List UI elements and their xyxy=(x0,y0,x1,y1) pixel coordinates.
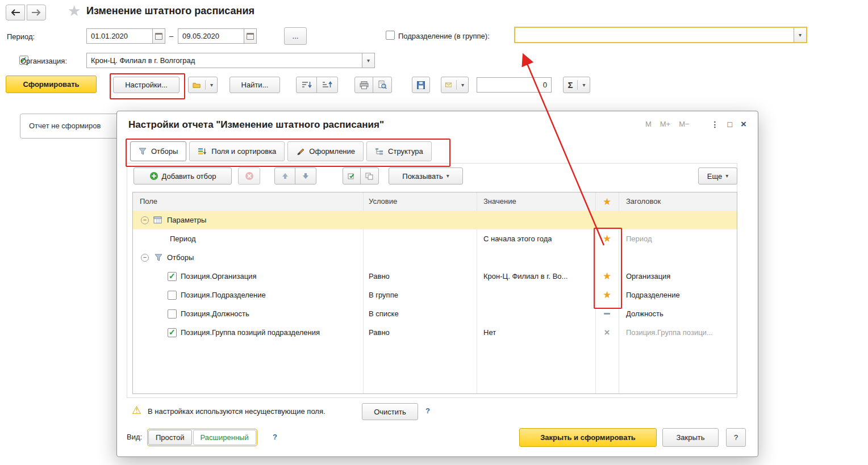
department-checkbox[interactable] xyxy=(386,31,395,40)
organization-label: Организация: xyxy=(20,57,67,65)
filters-group-icon xyxy=(155,248,162,267)
calendar-button[interactable] xyxy=(152,29,165,43)
normal-marker-dash-icon[interactable] xyxy=(595,304,619,323)
uncheck-all-button[interactable] xyxy=(360,167,379,185)
view-simple-button[interactable]: Простой xyxy=(148,430,192,445)
row-use-checkbox[interactable] xyxy=(168,328,177,337)
important-star-icon[interactable] xyxy=(595,229,619,248)
period-from-value[interactable]: 01.01.2020 xyxy=(87,32,152,40)
calendar-button[interactable] xyxy=(244,29,256,43)
settings-button[interactable]: Настройки... xyxy=(113,77,180,93)
show-menu-button[interactable]: Показывать xyxy=(389,167,463,185)
close-icon[interactable]: × xyxy=(741,119,746,129)
collapse-toggle[interactable] xyxy=(141,248,149,267)
plus-circle-icon xyxy=(149,171,158,181)
table-row[interactable]: Параметры xyxy=(133,211,737,229)
column-header-value[interactable]: Значение xyxy=(483,192,516,211)
organization-field[interactable]: Крон-Ц. Филиал в г. Волгоград xyxy=(86,53,375,68)
send-email-button[interactable] xyxy=(441,77,469,93)
department-dropdown-button[interactable] xyxy=(794,28,806,42)
row-use-checkbox[interactable] xyxy=(168,291,177,300)
table-row[interactable]: Позиция.Подразделение В группе Подраздел… xyxy=(133,286,737,304)
collapse-minus-icon xyxy=(141,254,149,262)
row-use-checkbox[interactable] xyxy=(168,309,177,319)
tab-structure[interactable]: Структура xyxy=(366,141,432,161)
memory-minus-button[interactable]: M− xyxy=(679,120,689,128)
table-row[interactable]: Позиция.Организация Равно Крон-Ц. Филиал… xyxy=(133,267,737,286)
print-preview-button[interactable] xyxy=(373,77,392,93)
department-field[interactable] xyxy=(514,27,807,43)
table-row[interactable]: Отборы xyxy=(133,248,737,267)
nav-buttons xyxy=(6,5,46,20)
find-button[interactable]: Найти... xyxy=(229,77,280,93)
table-row[interactable]: Позиция.Группа позиций подразделения Рав… xyxy=(133,323,737,342)
sort-descending-button[interactable] xyxy=(296,77,318,93)
row-condition[interactable]: Равно xyxy=(369,267,390,286)
close-and-generate-button[interactable]: Закрыть и сформировать xyxy=(519,428,657,447)
print-button[interactable] xyxy=(354,77,374,93)
warning-help-link[interactable]: ? xyxy=(425,407,430,415)
help-button[interactable]: ? xyxy=(726,428,746,447)
column-header-condition[interactable]: Условие xyxy=(369,192,397,211)
clear-button[interactable]: Очистить xyxy=(362,403,418,420)
row-condition[interactable]: В группе xyxy=(369,286,398,304)
row-value[interactable]: Нет xyxy=(483,323,496,342)
row-title[interactable]: Период xyxy=(626,229,652,248)
table-row[interactable]: Позиция.Должность В списке Должность xyxy=(133,304,737,323)
important-star-icon[interactable] xyxy=(595,286,619,304)
funnel-icon xyxy=(139,148,147,155)
sum-button[interactable]: Σ xyxy=(563,77,590,93)
tab-filters[interactable]: Отборы xyxy=(130,141,186,161)
row-title[interactable]: Позиция.Группа позици... xyxy=(626,323,713,342)
view-help-link[interactable]: ? xyxy=(273,433,277,441)
close-button[interactable]: Закрыть xyxy=(662,428,719,447)
important-star-icon[interactable] xyxy=(595,267,619,286)
forward-button[interactable] xyxy=(27,5,46,20)
save-button[interactable] xyxy=(412,77,430,93)
move-up-button[interactable] xyxy=(274,167,296,185)
row-title[interactable]: Подразделение xyxy=(626,286,680,304)
period-to-field[interactable]: 09.05.2020 xyxy=(178,28,257,44)
period-more-button[interactable]: ... xyxy=(284,27,307,45)
report-variants-button[interactable] xyxy=(188,77,218,93)
period-to-value[interactable]: 09.05.2020 xyxy=(178,32,244,40)
row-value[interactable]: Крон-Ц. Филиал в г. Во... xyxy=(483,267,567,286)
row-use-checkbox[interactable] xyxy=(168,272,177,281)
count-value[interactable]: 0 xyxy=(477,81,551,89)
memory-button[interactable]: M xyxy=(645,120,652,128)
organization-value[interactable]: Крон-Ц. Филиал в г. Волгоград xyxy=(87,56,362,65)
view-label: Вид: xyxy=(127,433,142,441)
hidden-marker-x-icon[interactable] xyxy=(595,323,619,342)
row-condition[interactable]: Равно xyxy=(369,323,390,342)
sort-ascending-button[interactable] xyxy=(316,77,338,93)
row-title[interactable]: Организация xyxy=(626,267,670,286)
kebab-menu-icon[interactable]: ⋮ xyxy=(711,120,719,128)
row-title[interactable]: Должность xyxy=(626,304,663,323)
organization-dropdown-button[interactable] xyxy=(362,53,374,68)
period-from-field[interactable]: 01.01.2020 xyxy=(86,28,165,44)
table-row[interactable]: Период С начала этого года Период xyxy=(133,229,737,248)
column-header-star-icon[interactable] xyxy=(595,192,619,211)
tab-appearance[interactable]: Оформление xyxy=(287,141,364,161)
calendar-icon xyxy=(155,33,162,40)
structure-tree-icon xyxy=(375,148,383,155)
maximize-icon[interactable]: □ xyxy=(728,120,732,128)
delete-filter-button[interactable] xyxy=(238,167,260,185)
back-button[interactable] xyxy=(6,5,25,20)
move-down-button[interactable] xyxy=(295,167,316,185)
generate-button[interactable]: Сформировать xyxy=(6,76,97,93)
more-menu-button[interactable]: Еще xyxy=(698,167,737,185)
row-condition[interactable]: В списке xyxy=(369,304,399,323)
view-extended-button[interactable]: Расширенный xyxy=(193,430,256,445)
tab-fields-sorting[interactable]: Поля и сортировка xyxy=(189,141,285,161)
count-field[interactable]: 0 xyxy=(477,77,552,93)
column-header-title[interactable]: Заголовок xyxy=(626,192,661,211)
floppy-disk-icon xyxy=(417,81,425,89)
add-filter-button[interactable]: Добавить отбор xyxy=(133,167,232,185)
memory-plus-button[interactable]: M+ xyxy=(660,120,670,128)
collapse-toggle[interactable] xyxy=(141,211,149,229)
row-value[interactable]: С начала этого года xyxy=(483,229,552,248)
check-all-button[interactable] xyxy=(343,167,361,185)
column-header-field[interactable]: Поле xyxy=(140,192,157,211)
favorite-star-icon[interactable]: ★ xyxy=(68,3,81,18)
